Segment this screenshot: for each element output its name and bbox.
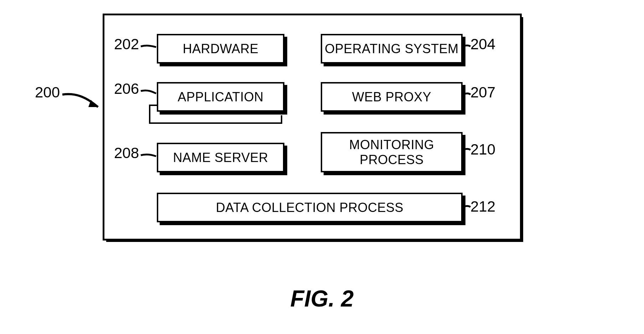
box-monitoring: MONITORING PROCESS (321, 132, 463, 172)
box-nameserver: NAME SERVER (157, 143, 284, 172)
box-datacoll: DATA COLLECTION PROCESS (157, 193, 463, 222)
ref-212: 212 (470, 198, 495, 215)
box-hardware-label: HARDWARE (183, 41, 259, 56)
box-os-label: OPERATING SYSTEM (325, 41, 458, 56)
box-application-label: APPLICATION (178, 90, 264, 104)
ref-207: 207 (470, 84, 495, 101)
box-application: APPLICATION (157, 82, 284, 112)
box-nameserver-label: NAME SERVER (173, 150, 268, 165)
figure-caption: FIG. 2 (0, 285, 644, 312)
ref-204: 204 (470, 36, 495, 53)
box-datacoll-label: DATA COLLECTION PROCESS (216, 200, 403, 215)
box-hardware: HARDWARE (157, 34, 284, 64)
box-os: OPERATING SYSTEM (321, 34, 463, 64)
ref-210: 210 (470, 141, 495, 158)
box-webproxy-label: WEB PROXY (352, 90, 432, 104)
box-webproxy: WEB PROXY (321, 82, 463, 112)
box-monitoring-label: MONITORING PROCESS (322, 137, 461, 167)
ref-202: 202 (114, 36, 139, 53)
ref-208: 208 (114, 145, 139, 162)
ref-206: 206 (114, 80, 139, 97)
svg-marker-0 (88, 100, 98, 107)
ref-main: 200 (35, 84, 60, 101)
diagram-canvas: HARDWARE OPERATING SYSTEM APPLICATION WE… (0, 0, 644, 334)
